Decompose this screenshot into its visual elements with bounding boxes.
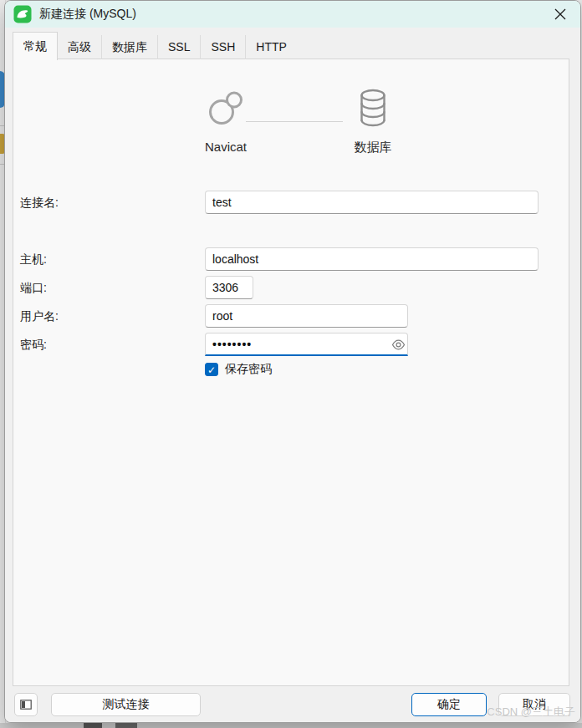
content-panel: Navicat 数据库 连接名: 主机: bbox=[13, 59, 569, 686]
username-label: 用户名: bbox=[20, 304, 59, 328]
panel-toggle-icon bbox=[20, 700, 32, 710]
tab-http[interactable]: HTTP bbox=[246, 35, 297, 59]
show-password-eye-icon[interactable] bbox=[391, 338, 406, 352]
host-input[interactable] bbox=[205, 247, 539, 271]
save-password-option[interactable]: ✓ 保存密码 bbox=[205, 362, 272, 377]
username-input[interactable] bbox=[205, 304, 408, 328]
diagram-source-label: Navicat bbox=[194, 140, 258, 154]
ok-button[interactable]: 确定 bbox=[411, 693, 487, 716]
screen: 新建连接 (MySQL) 常规 高级 数据库 SSL SSH HTTP Navi… bbox=[0, 0, 582, 728]
save-password-label: 保存密码 bbox=[225, 362, 272, 377]
database-icon bbox=[357, 88, 389, 128]
connection-name-label: 连接名: bbox=[20, 191, 59, 214]
navicat-mysql-icon bbox=[13, 5, 32, 23]
save-password-checkbox[interactable]: ✓ bbox=[205, 363, 218, 376]
tab-advanced[interactable]: 高级 bbox=[58, 35, 102, 59]
password-input[interactable] bbox=[205, 333, 408, 356]
tab-databases[interactable]: 数据库 bbox=[102, 35, 158, 59]
connection-name-input[interactable] bbox=[205, 191, 539, 214]
cancel-button[interactable]: 取消 bbox=[498, 693, 570, 716]
port-label: 端口: bbox=[20, 276, 47, 299]
tab-general[interactable]: 常规 bbox=[13, 32, 58, 60]
dialog-titlebar: 新建连接 (MySQL) bbox=[5, 1, 580, 28]
port-input[interactable] bbox=[205, 276, 253, 299]
password-label: 密码: bbox=[20, 333, 47, 356]
background-fragment bbox=[115, 723, 137, 728]
close-button[interactable] bbox=[544, 3, 577, 26]
host-label: 主机: bbox=[20, 247, 47, 271]
close-icon bbox=[554, 8, 566, 20]
tab-ssl[interactable]: SSL bbox=[158, 35, 201, 59]
tab-ssh[interactable]: SSH bbox=[201, 35, 246, 59]
new-connection-dialog: 新建连接 (MySQL) 常规 高级 数据库 SSL SSH HTTP Navi… bbox=[4, 0, 581, 723]
dialog-title: 新建连接 (MySQL) bbox=[39, 7, 136, 22]
connection-line bbox=[246, 121, 343, 122]
background-window-edge bbox=[0, 723, 582, 728]
test-connection-button[interactable]: 测试连接 bbox=[51, 693, 201, 716]
diagram-target-label: 数据库 bbox=[341, 140, 405, 155]
diagram-database-node: 数据库 bbox=[341, 88, 405, 155]
dialog-footer: 测试连接 确定 取消 bbox=[5, 686, 580, 722]
background-fragment bbox=[84, 723, 102, 728]
navicat-logo-icon bbox=[204, 88, 248, 128]
tab-bar: 常规 高级 数据库 SSL SSH HTTP bbox=[13, 31, 569, 59]
toggle-details-button[interactable] bbox=[14, 693, 38, 716]
